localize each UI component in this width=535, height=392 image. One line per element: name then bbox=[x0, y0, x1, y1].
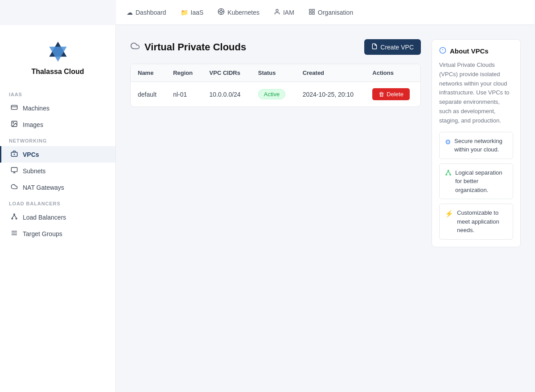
images-icon bbox=[10, 120, 18, 129]
col-status: Status bbox=[251, 64, 296, 82]
info-feature-3: ⚡ Customizable to meet application needs… bbox=[439, 204, 513, 240]
main-layout: Thalassa Cloud IAAS Machines Images NETW… bbox=[0, 25, 535, 392]
vpc-table: Name Region VPC CIDRs Status Created Act… bbox=[131, 64, 420, 106]
page-title-wrapper: Virtual Private Clouds bbox=[130, 41, 357, 53]
sidebar: Thalassa Cloud IAAS Machines Images NETW… bbox=[0, 25, 116, 392]
col-created: Created bbox=[296, 64, 366, 82]
svg-rect-7 bbox=[309, 9, 311, 11]
sidebar-item-subnets[interactable]: Subnets bbox=[0, 163, 115, 179]
info-feature-1: ⚙ Secure networking within your cloud. bbox=[439, 132, 513, 159]
svg-line-38 bbox=[449, 171, 450, 174]
sidebar-item-machines[interactable]: Machines bbox=[0, 100, 115, 116]
svg-point-1 bbox=[220, 10, 222, 12]
main-content: Virtual Private Clouds Create VPC Name R… bbox=[116, 25, 535, 392]
row-vpc-cidrs: 10.0.0.0/24 bbox=[202, 82, 251, 107]
nav-kubernetes[interactable]: Kubernetes bbox=[218, 8, 259, 16]
iam-icon bbox=[274, 8, 280, 16]
svg-line-37 bbox=[446, 171, 448, 174]
svg-point-25 bbox=[16, 218, 17, 219]
svg-line-26 bbox=[12, 215, 14, 218]
svg-point-24 bbox=[12, 218, 13, 219]
col-actions: Actions bbox=[365, 64, 420, 82]
organisation-icon bbox=[309, 8, 315, 16]
svg-rect-9 bbox=[313, 12, 314, 14]
info-icon bbox=[439, 47, 446, 55]
nav-organisation[interactable]: Organisation bbox=[309, 8, 353, 16]
svg-rect-8 bbox=[313, 9, 314, 11]
col-region: Region bbox=[166, 64, 202, 82]
iaas-icon: 📁 bbox=[181, 9, 188, 16]
col-vpc-cidrs: VPC CIDRs bbox=[202, 64, 251, 82]
vpcs-icon bbox=[10, 150, 18, 159]
nav-dashboard[interactable]: ☁ Dashboard bbox=[127, 9, 166, 16]
sidebar-item-nat-gateways[interactable]: NAT Gateways bbox=[0, 179, 115, 196]
delete-button[interactable]: 🗑 Delete bbox=[372, 88, 410, 100]
sidebar-item-load-balancers[interactable]: Load Balancers bbox=[0, 209, 115, 225]
svg-point-16 bbox=[13, 122, 14, 123]
sidebar-section-networking: NETWORKING bbox=[0, 133, 115, 146]
svg-rect-13 bbox=[11, 105, 17, 109]
svg-point-36 bbox=[450, 174, 451, 175]
content-area: Virtual Private Clouds Create VPC Name R… bbox=[130, 39, 421, 378]
row-region: nl-01 bbox=[166, 82, 202, 107]
page-header: Virtual Private Clouds Create VPC bbox=[130, 39, 421, 55]
table-row: default nl-01 10.0.0.0/24 Active 2024-10… bbox=[131, 82, 420, 107]
dashboard-icon: ☁ bbox=[127, 9, 133, 16]
page-cloud-icon bbox=[130, 41, 140, 53]
nav-iam[interactable]: IAM bbox=[274, 8, 294, 16]
sidebar-logo-area: Thalassa Cloud bbox=[0, 34, 115, 86]
load-balancers-icon bbox=[10, 213, 18, 221]
machines-icon bbox=[10, 104, 18, 112]
kubernetes-icon bbox=[218, 8, 225, 16]
sidebar-item-vpcs[interactable]: VPCs bbox=[0, 146, 115, 163]
info-description: Virtual Private Clouds (VPCs) provide is… bbox=[439, 61, 513, 126]
row-actions: 🗑 Delete bbox=[365, 82, 420, 107]
info-card: About VPCs Virtual Private Clouds (VPCs)… bbox=[432, 39, 521, 247]
top-navigation: ☁ Dashboard 📁 IaaS Kubernetes IAM Organi… bbox=[116, 0, 535, 25]
svg-point-6 bbox=[276, 9, 278, 11]
sidebar-section-iaas: IAAS bbox=[0, 86, 115, 100]
svg-rect-20 bbox=[11, 167, 17, 172]
svg-point-23 bbox=[14, 214, 15, 215]
brand-logo bbox=[45, 39, 70, 64]
create-icon bbox=[371, 43, 378, 51]
brand-name: Thalassa Cloud bbox=[31, 68, 84, 76]
vpc-table-container: Name Region VPC CIDRs Status Created Act… bbox=[130, 64, 421, 107]
page-title: Virtual Private Clouds bbox=[144, 41, 246, 53]
nat-gateways-icon bbox=[10, 183, 18, 192]
table-header-row: Name Region VPC CIDRs Status Created Act… bbox=[131, 64, 420, 82]
create-vpc-button[interactable]: Create VPC bbox=[364, 39, 421, 55]
feature-2-icon bbox=[445, 169, 452, 179]
subnets-icon bbox=[10, 167, 18, 175]
sidebar-item-target-groups[interactable]: Target Groups bbox=[0, 225, 115, 242]
info-panel: About VPCs Virtual Private Clouds (VPCs)… bbox=[432, 39, 521, 378]
feature-3-icon: ⚡ bbox=[445, 209, 453, 219]
svg-line-27 bbox=[14, 215, 16, 218]
svg-point-34 bbox=[448, 170, 449, 171]
nav-iaas[interactable]: 📁 IaaS bbox=[181, 9, 204, 16]
info-feature-2: Logical separation for better organizati… bbox=[439, 163, 513, 200]
target-groups-icon bbox=[10, 229, 18, 238]
row-status: Active bbox=[251, 82, 296, 107]
sidebar-item-images[interactable]: Images bbox=[0, 116, 115, 133]
trash-icon: 🗑 bbox=[379, 91, 384, 98]
col-name: Name bbox=[131, 64, 166, 82]
status-badge: Active bbox=[258, 89, 285, 99]
info-card-title: About VPCs bbox=[439, 47, 513, 55]
feature-1-icon: ⚙ bbox=[445, 137, 451, 147]
row-created: 2024-10-25, 20:10 bbox=[296, 82, 366, 107]
svg-rect-10 bbox=[309, 12, 311, 14]
svg-point-35 bbox=[446, 174, 447, 175]
sidebar-section-lb: LOAD BALANCERS bbox=[0, 196, 115, 209]
row-name: default bbox=[131, 82, 166, 107]
